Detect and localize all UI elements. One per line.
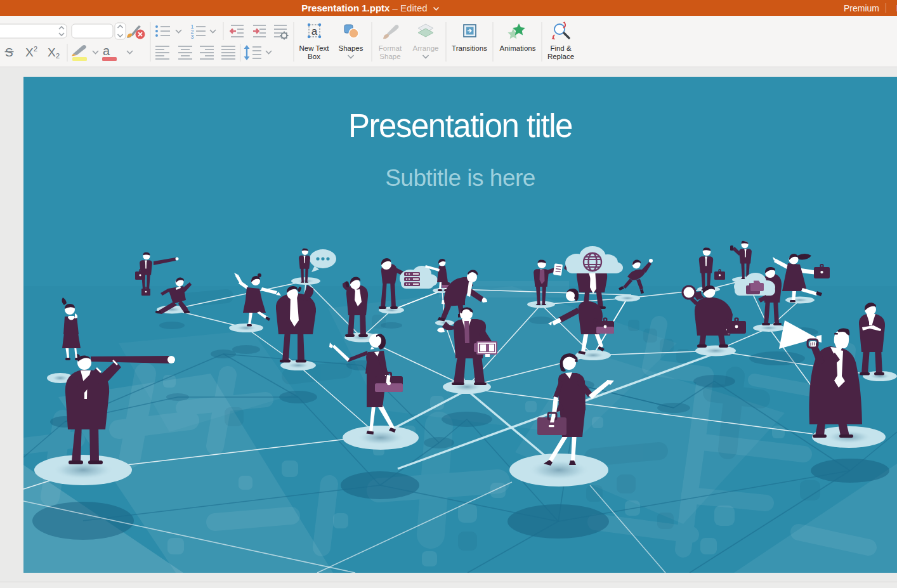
svg-text:a: a (103, 44, 110, 58)
svg-text:2: 2 (34, 45, 37, 53)
svg-text:Transitions: Transitions (452, 44, 487, 52)
svg-text:3: 3 (190, 34, 193, 40)
svg-text:X: X (25, 46, 34, 59)
svg-text:X: X (48, 46, 56, 59)
svg-text:Shapes: Shapes (338, 44, 363, 52)
svg-text:S: S (5, 46, 13, 59)
svg-text:Animations: Animations (500, 44, 536, 52)
svg-text:a: a (311, 25, 318, 37)
svg-text:Box: Box (308, 53, 320, 60)
svg-text:Arrange: Arrange (413, 44, 439, 52)
svg-text:New Text: New Text (299, 44, 329, 52)
svg-text:2: 2 (56, 52, 60, 60)
svg-text:Shape: Shape (379, 53, 400, 60)
svg-text:Find &: Find & (550, 44, 572, 52)
svg-text:Replace: Replace (547, 53, 574, 60)
svg-text:Format: Format (379, 44, 402, 52)
